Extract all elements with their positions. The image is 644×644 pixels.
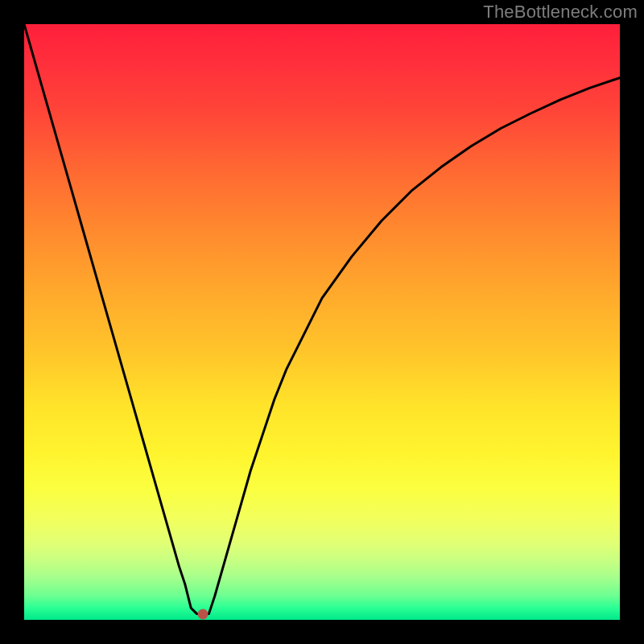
- watermark-text: TheBottleneck.com: [483, 2, 638, 23]
- plot-area: [24, 24, 620, 620]
- bottleneck-curve: [24, 24, 620, 614]
- curve-svg: [24, 24, 620, 620]
- chart-frame: TheBottleneck.com: [0, 0, 644, 644]
- optimal-point-marker: [198, 609, 208, 619]
